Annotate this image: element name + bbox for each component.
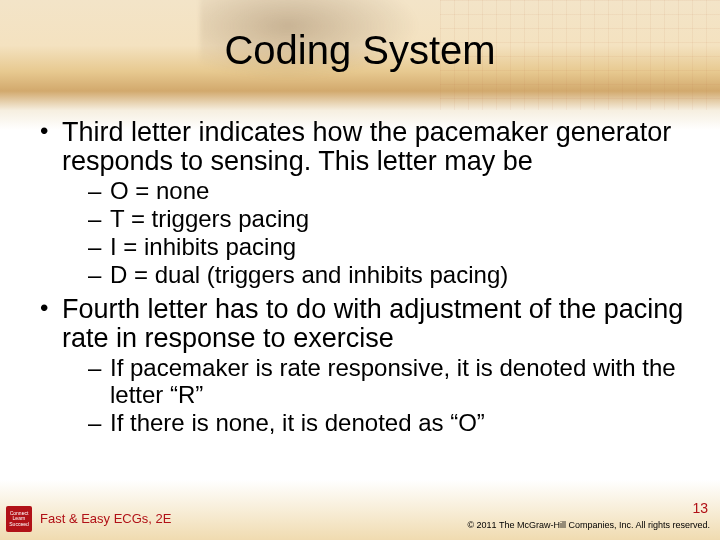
- bullet-level1: Fourth letter has to do with adjustment …: [38, 295, 690, 437]
- publisher-logo: Connect Learn Succeed: [6, 506, 32, 532]
- copyright-text: © 2011 The McGraw-Hill Companies, Inc. A…: [467, 520, 710, 530]
- footer: Connect Learn Succeed Fast & Easy ECGs, …: [0, 500, 720, 534]
- bullet-level2: If pacemaker is rate responsive, it is d…: [88, 355, 690, 409]
- slide-body: Third letter indicates how the pacemaker…: [38, 118, 690, 443]
- bullet-text: Third letter indicates how the pacemaker…: [62, 117, 671, 176]
- page-number: 13: [692, 500, 708, 516]
- bullet-level1: Third letter indicates how the pacemaker…: [38, 118, 690, 289]
- slide: Coding System Third letter indicates how…: [0, 0, 720, 540]
- logo-line: Succeed: [9, 522, 28, 527]
- book-title: Fast & Easy ECGs, 2E: [40, 511, 172, 526]
- bullet-level2: O = none: [88, 178, 690, 205]
- bullet-text: Fourth letter has to do with adjustment …: [62, 294, 683, 353]
- bullet-level2: I = inhibits pacing: [88, 234, 690, 261]
- bullet-level2: If there is none, it is denoted as “O”: [88, 410, 690, 437]
- bullet-level2: T = triggers pacing: [88, 206, 690, 233]
- bullet-level2: D = dual (triggers and inhibits pacing): [88, 262, 690, 289]
- slide-title: Coding System: [0, 28, 720, 73]
